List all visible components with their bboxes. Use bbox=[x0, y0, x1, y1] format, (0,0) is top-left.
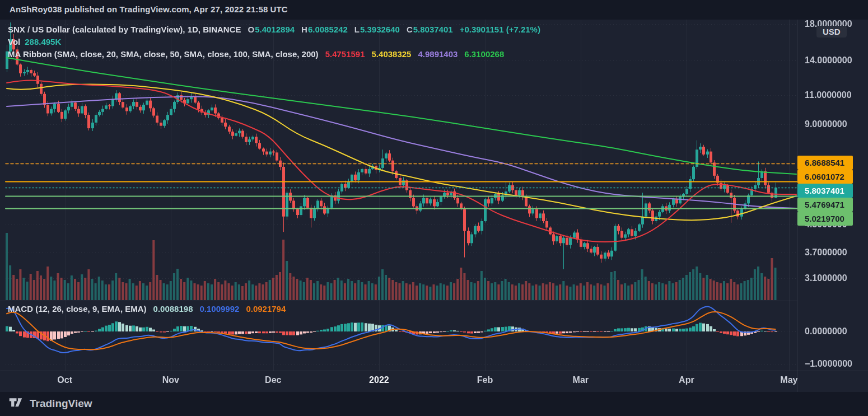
macd-histogram-value: 0.0088198 bbox=[153, 304, 193, 314]
price-change: +0.3901151 (+7.21%) bbox=[460, 25, 540, 34]
ohlc-close: C5.8037401 bbox=[407, 25, 453, 34]
ohlc-open: O5.4012894 bbox=[248, 25, 295, 34]
time-axis-label: Nov bbox=[162, 375, 179, 385]
macd-axis-label: −1.0000000 bbox=[805, 359, 852, 369]
price-badge: 6.8688541 bbox=[797, 156, 853, 170]
ohlc-low: L5.3932640 bbox=[354, 25, 400, 34]
price-axis-label: 11.0000000 bbox=[805, 90, 852, 100]
macd-signal-value: 0.0921794 bbox=[246, 304, 286, 314]
time-axis-label: Mar bbox=[573, 375, 589, 385]
symbol-title[interactable]: SNX / US Dollar (calculated by TradingVi… bbox=[8, 25, 241, 34]
price-badge: 5.4769471 bbox=[797, 198, 853, 212]
footer-bar: TradingView bbox=[0, 392, 868, 416]
currency-chip[interactable]: USD bbox=[816, 26, 847, 38]
time-axis-label: 2022 bbox=[369, 375, 389, 385]
ma-ribbon-legend-row: MA Ribbon (SMA, close, 20, SMA, close, 5… bbox=[8, 49, 504, 59]
price-axis-label: 9.0000000 bbox=[805, 119, 847, 129]
ma-ribbon-label[interactable]: MA Ribbon (SMA, close, 20, SMA, close, 5… bbox=[8, 49, 319, 59]
ohlc-high: H6.0085242 bbox=[301, 25, 348, 34]
symbol-legend-row: SNX / US Dollar (calculated by TradingVi… bbox=[8, 25, 540, 34]
price-axis-label: 3.1000000 bbox=[805, 273, 847, 283]
time-axis-label: Feb bbox=[477, 375, 493, 385]
attribution-text: AnShRoy038 published on TradingView.com,… bbox=[10, 4, 288, 14]
price-badge: 6.0601072 bbox=[797, 170, 853, 184]
sma200-value: 6.3100268 bbox=[464, 49, 504, 59]
macd-line-value: 0.1009992 bbox=[199, 304, 239, 314]
price-badge: 5.8037401 bbox=[797, 184, 853, 198]
price-badge: 5.0219700 bbox=[797, 212, 853, 226]
time-axis-label: May bbox=[780, 375, 797, 385]
macd-axis-label: 0.0000000 bbox=[805, 326, 847, 336]
macd-legend-row: MACD (12, 26, close, 9, EMA, EMA) 0.0088… bbox=[8, 304, 286, 314]
tradingview-brand-link[interactable]: TradingView bbox=[9, 397, 92, 410]
sma50-value: 5.4038325 bbox=[372, 49, 412, 59]
time-axis-label: Apr bbox=[679, 375, 694, 385]
price-axis-label: 3.7000000 bbox=[805, 247, 847, 258]
price-axis-label: 14.0000000 bbox=[805, 55, 852, 66]
volume-value: 288.495K bbox=[25, 37, 61, 46]
sma100-value: 4.9891403 bbox=[418, 49, 458, 59]
volume-label[interactable]: Vol bbox=[8, 37, 20, 46]
chart-canvas[interactable] bbox=[0, 0, 868, 416]
time-axis-label: Dec bbox=[265, 375, 281, 385]
sma20-value: 5.4751591 bbox=[325, 49, 365, 59]
tradingview-logo-icon bbox=[9, 397, 24, 410]
tradingview-brand-text: TradingView bbox=[30, 398, 92, 410]
time-axis-label: Oct bbox=[57, 375, 72, 385]
volume-legend-row: Vol 288.495K bbox=[8, 37, 61, 46]
attribution-bar: AnShRoy038 published on TradingView.com,… bbox=[0, 0, 868, 20]
macd-label[interactable]: MACD (12, 26, close, 9, EMA, EMA) bbox=[8, 304, 147, 314]
tradingview-published-chart: AnShRoy038 published on TradingView.com,… bbox=[0, 0, 868, 416]
